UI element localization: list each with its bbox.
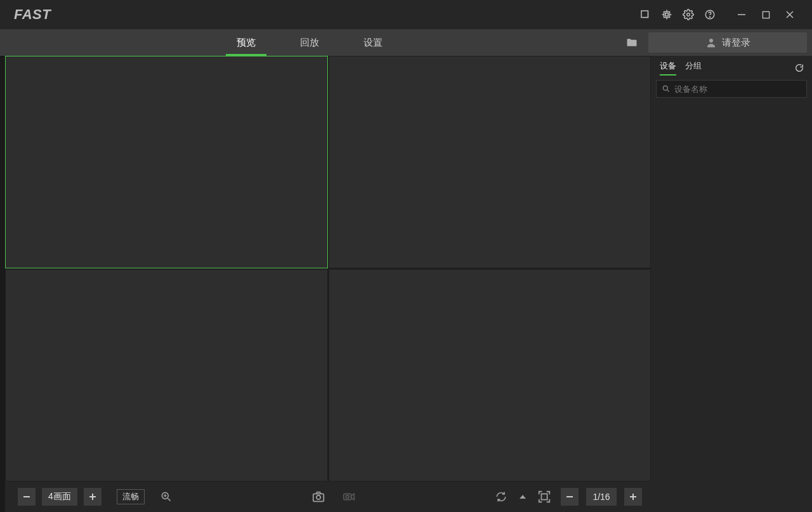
record-icon[interactable] [340,488,358,506]
page-label: 1/16 [586,488,617,506]
screenshot-tool-icon[interactable] [639,9,651,20]
svg-point-32 [663,86,667,90]
body: 4画面 流畅 [0,56,812,512]
video-cell-4[interactable] [329,269,652,482]
minimize-button[interactable] [736,9,747,20]
tab-settings[interactable]: 设置 [341,29,405,56]
user-icon [705,37,717,48]
svg-line-33 [667,90,669,92]
svg-rect-0 [641,11,648,18]
svg-rect-2 [665,13,669,16]
svg-marker-27 [520,495,526,499]
chevron-up-icon[interactable] [518,488,528,506]
main-tabs: 预览 回放 设置 [214,29,405,56]
tab-preview[interactable]: 预览 [214,29,278,56]
app-logo: FAST [14,6,51,23]
zoom-in-icon[interactable] [157,488,175,506]
svg-rect-28 [541,494,547,499]
video-cell-1[interactable] [5,56,328,268]
folder-icon[interactable] [623,34,641,51]
video-cell-3[interactable] [5,269,328,482]
titlebar-actions [639,9,716,20]
layout-decrease-button[interactable] [18,488,36,506]
video-cell-2[interactable] [329,56,652,268]
page-prev-button[interactable] [561,488,579,506]
tab-playback[interactable]: 回放 [278,29,341,56]
fullscreen-icon[interactable] [535,488,553,506]
sidebar-head: 设备 分组 [656,58,807,77]
page-next-button[interactable] [624,488,642,506]
layout-increase-button[interactable] [84,488,102,506]
device-sidebar: 设备 分组 [651,56,812,512]
sidebar-tab-device[interactable]: 设备 [660,60,676,75]
svg-rect-11 [763,11,769,18]
close-button[interactable] [784,9,796,20]
svg-point-14 [709,39,713,43]
svg-point-7 [687,13,690,16]
main-toolbar: 预览 回放 设置 请登录 [0,29,812,56]
help-icon[interactable] [704,9,716,20]
sidebar-tab-group[interactable]: 分组 [685,60,702,75]
svg-rect-1 [664,12,670,18]
titlebar: FAST [0,0,812,29]
svg-marker-25 [351,494,355,499]
stream-quality-button[interactable]: 流畅 [117,489,145,504]
svg-line-19 [167,499,170,501]
window-controls [736,9,796,20]
cpu-icon[interactable] [661,9,672,20]
svg-point-26 [346,496,349,499]
search-icon [662,84,671,93]
maximize-button[interactable] [760,9,771,20]
device-search-input[interactable] [674,84,801,94]
main-area: 4画面 流畅 [0,56,651,512]
snapshot-icon[interactable] [310,488,327,506]
login-label: 请登录 [722,37,750,49]
device-search[interactable] [656,80,807,98]
gear-icon[interactable] [683,9,694,20]
cycle-icon[interactable] [492,488,510,506]
refresh-icon[interactable] [792,60,807,75]
video-grid [5,56,651,482]
layout-label: 4画面 [42,488,77,506]
bottom-bar: 4画面 流畅 [5,482,651,512]
svg-point-23 [317,496,320,499]
svg-point-9 [709,16,710,17]
login-button[interactable]: 请登录 [648,32,807,53]
